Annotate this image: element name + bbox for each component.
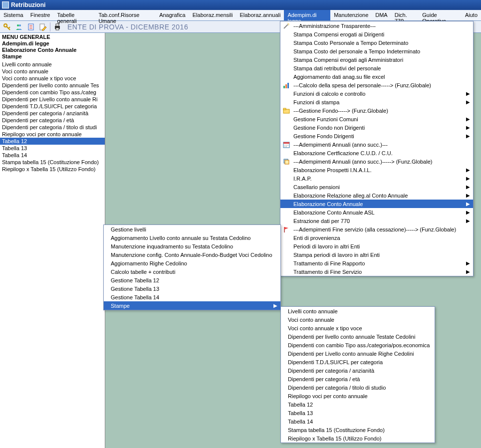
submenu-item[interactable]: Voci conto annuale [281, 315, 435, 324]
window-titlebar: Retribuzioni [0, 0, 481, 10]
menu-item[interactable]: Stampa dati retributivi del personale [280, 64, 473, 72]
submenu-item[interactable]: Aggiornamento Livello conto annuale su T… [104, 233, 280, 242]
menu-item[interactable]: Elaborazione Prospetti I.N.A.I.L.▶ [280, 166, 473, 174]
submenu-item[interactable]: Dipendenti per Livello conto annuale Rig… [281, 349, 435, 358]
submenu-item[interactable]: Dipendenti T.D./LSU/CFL per categoria [281, 358, 435, 366]
menu-item[interactable]: Stampa periodi di lavoro in altri Enti [280, 250, 473, 259]
submenu-item[interactable]: Aggiornamento Righe Cedolino [104, 259, 280, 267]
submenu-item[interactable]: Stampe▶ [104, 301, 280, 310]
submenu-item[interactable]: Dipendenti per categoria / titolo di stu… [281, 383, 435, 392]
menu-item[interactable]: Elaborazione Conto Annuale ASL▶ [280, 208, 473, 217]
submenu-item[interactable]: Gestione Tabella 14 [104, 293, 280, 301]
menu-elaboraz-annuali[interactable]: Elaboraz.annuali [236, 10, 284, 20]
flag-icon [282, 225, 290, 233]
menu-item[interactable]: Elaborazione Conto Annuale▶ [280, 200, 473, 208]
menu-tabelle-generali[interactable]: Tabelle generali [54, 10, 95, 20]
menu-dma[interactable]: DMA [372, 10, 391, 20]
sidebar-item[interactable]: Riepilogo voci per conto annuale [0, 131, 105, 138]
menu-item[interactable]: Casellario pensioni▶ [280, 183, 473, 191]
submenu-item[interactable]: Gestione Tabella 12 [104, 276, 280, 284]
sidebar-item[interactable]: Tabella 12 [0, 138, 105, 145]
menu-item[interactable]: Periodi di lavoro in altri Enti [280, 242, 473, 250]
sidebar-item[interactable]: Dipendenti per categoria / titolo di stu… [0, 124, 105, 131]
menu-group-head[interactable]: ---Adempimenti Fine servizio (alla cessa… [280, 225, 473, 233]
sidebar-item[interactable]: Dipendenti per categoria / anzianità [0, 110, 105, 117]
submenu-item[interactable]: Tabella 13 [281, 409, 435, 417]
menu-group-head[interactable]: ---Adempimenti Annuali (anno succ.)-----… [280, 157, 473, 166]
sidebar-item[interactable]: Tabella 14 [0, 152, 105, 159]
print-icon[interactable] [52, 22, 62, 32]
submenu-item[interactable]: Dipendenti per livello conto annuale Tes… [281, 332, 435, 341]
submenu-item[interactable]: Dipendenti con cambio Tipo ass./categori… [281, 341, 435, 349]
sidebar-item[interactable]: Dipendenti per categoria / età [0, 117, 105, 124]
menu-item[interactable]: Aggiornamento dati anag.su file excel [280, 72, 473, 81]
menu-item[interactable]: I.R.A.P.▶ [280, 174, 473, 183]
menu-item[interactable]: Elaborazione Relazione alleg.al Conto An… [280, 191, 473, 200]
people-icon[interactable] [14, 22, 24, 32]
sidebar-item[interactable]: Dipendenti con cambio Tipo ass./categ [0, 89, 105, 96]
menu-item[interactable]: Stampa Compensi erogati agli Amministrat… [280, 55, 473, 64]
menu-item[interactable]: Stampa Costo Personale a Tempo Determina… [280, 38, 473, 47]
submenu-item[interactable]: Riepilogo x Tabella 15 (Utilizzo Fondo) [281, 434, 435, 443]
menu-manutenzione[interactable]: Manutenzione [330, 10, 372, 20]
sidebar-item[interactable]: Dipendenti T.D./LSU/CFL per categoria [0, 103, 105, 110]
menu-item[interactable]: Enti di provenienza [280, 233, 473, 242]
sidebar-item[interactable]: Riepilogo x Tabella 15 (Utilizzo Fondo) [0, 166, 105, 173]
menu-item[interactable]: Trattamento di Fine Servizio▶ [280, 267, 473, 276]
chart-icon [282, 81, 290, 89]
key-icon[interactable] [2, 22, 12, 32]
submenu-item[interactable]: Gestione Tabella 13 [104, 284, 280, 293]
menu-elaboraz-mensili[interactable]: Elaboraz.mensili [189, 10, 237, 20]
submenu-item[interactable]: Stampa tabella 15 (Costituzione Fondo) [281, 426, 435, 434]
submenu-arrow-icon: ▶ [273, 303, 277, 308]
wand-icon [282, 22, 290, 30]
sheet-icon[interactable] [26, 22, 36, 32]
submenu-item[interactable]: Gestione livelli [104, 225, 280, 233]
menu-item[interactable]: Gestione Fondo non Dirigenti▶ [280, 123, 473, 132]
menu-adempim-di-legge[interactable]: Adempim.di legge [284, 10, 330, 20]
stack-icon [282, 158, 290, 166]
menu-item[interactable]: Funzioni di stampa▶ [280, 98, 473, 106]
submenu-item[interactable]: Manutenzione config. Conto Annuale-Fondo… [104, 250, 280, 259]
menu-item[interactable]: Gestione Fondo Dirigenti▶ [280, 132, 473, 140]
menu-item[interactable]: Trattamento di Fine Rapporto▶ [280, 259, 473, 267]
menu-item[interactable]: Estrazione dati per 770▶ [280, 217, 473, 225]
submenu-item[interactable]: Calcolo tabelle + contributi [104, 267, 280, 276]
menu-aiuto[interactable]: Aiuto [462, 10, 481, 20]
menu-group-head[interactable]: ---Amministrazione Trasparente--- [280, 21, 473, 30]
sidebar-item[interactable]: Tabella 13 [0, 145, 105, 152]
menu-dich-770[interactable]: Dich. 770 [391, 10, 419, 20]
menu-tab-conf-risorse-umane[interactable]: Tab.conf.Risorse Umane [95, 10, 156, 20]
menu-group-head[interactable]: ---Calcolo della spesa del personale----… [280, 81, 473, 89]
menu-item[interactable]: Funzioni di calcolo e controllo▶ [280, 89, 473, 98]
submenu-item[interactable]: Tabella 12 [281, 400, 435, 409]
menu-item[interactable]: Stampa Costo del personale a Tempo Indet… [280, 47, 473, 55]
sidebar-item[interactable]: Stampa tabella 15 (Costituzione Fondo) [0, 159, 105, 166]
menu-group-head[interactable]: ---Gestione Fondo-----> (Funz.Globale) [280, 106, 473, 115]
edit-icon[interactable] [38, 22, 48, 32]
menu-item[interactable]: Elaborazione Certficazione C.U.D. / C.U. [280, 149, 473, 157]
menu-group-head[interactable]: ---Adempimenti Annuali (anno succ.)--- [280, 140, 473, 149]
svg-point-1 [17, 24, 19, 26]
menu-anagrafica[interactable]: Anagrafica [156, 10, 189, 20]
submenu-item[interactable]: Riepilogo voci per conto annuale [281, 392, 435, 400]
submenu-item[interactable]: Tabella 14 [281, 417, 435, 426]
sidebar-item[interactable]: Voci conto annuale [0, 68, 105, 75]
sidebar-item[interactable]: Dipendenti per livello conto annuale Tes [0, 82, 105, 89]
submenu-item[interactable]: Voci conto annuale x tipo voce [281, 324, 435, 332]
svg-rect-10 [285, 84, 287, 88]
sidebar-item[interactable]: Livelli conto annuale [0, 61, 105, 68]
menu-item[interactable]: Gestione Funzioni Comuni▶ [280, 115, 473, 123]
submenu-item[interactable]: Manutenzione inquadramento su Testata Ce… [104, 242, 280, 250]
submenu-item[interactable]: Livelli conto annuale [281, 307, 435, 315]
menu-guide-operative[interactable]: Guide Operative [419, 10, 462, 20]
sidebar-item[interactable]: Voci conto annuale x tipo voce [0, 75, 105, 82]
submenu-arrow-icon: ▶ [466, 99, 470, 105]
menu-item[interactable]: Stampa Compensi erogati ai Dirigenti [280, 30, 473, 38]
svg-rect-13 [283, 108, 286, 110]
submenu-item[interactable]: Dipendenti per categoria / età [281, 375, 435, 383]
menu-sistema[interactable]: Sistema [0, 10, 27, 20]
menu-finestre[interactable]: Finestre [27, 10, 54, 20]
submenu-item[interactable]: Dipendenti per categoria / anzianità [281, 366, 435, 375]
sidebar-item[interactable]: Dipendenti per Livello conto annuale Ri [0, 96, 105, 103]
